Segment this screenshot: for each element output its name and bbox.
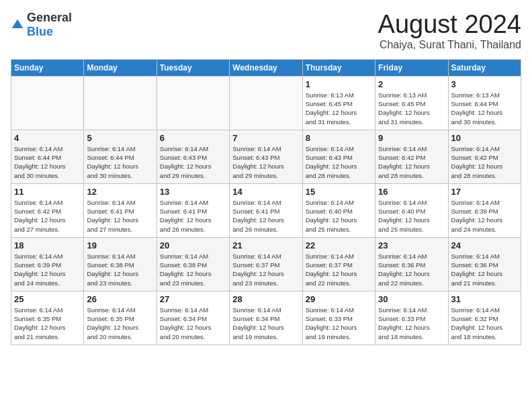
calendar-week-row: 18Sunrise: 6:14 AM Sunset: 6:39 PM Dayli… bbox=[11, 237, 521, 291]
day-info: Sunrise: 6:14 AM Sunset: 6:44 PM Dayligh… bbox=[14, 144, 81, 180]
day-info: Sunrise: 6:14 AM Sunset: 6:32 PM Dayligh… bbox=[451, 306, 518, 341]
day-number: 3 bbox=[451, 79, 518, 89]
weekday-header: Friday bbox=[375, 59, 448, 76]
calendar-day-cell: 19Sunrise: 6:14 AM Sunset: 6:38 PM Dayli… bbox=[84, 237, 157, 291]
day-info: Sunrise: 6:14 AM Sunset: 6:43 PM Dayligh… bbox=[306, 144, 372, 180]
calendar-table: SundayMondayTuesdayWednesdayThursdayFrid… bbox=[11, 59, 521, 345]
logo-icon bbox=[11, 18, 24, 32]
day-info: Sunrise: 6:14 AM Sunset: 6:34 PM Dayligh… bbox=[232, 306, 299, 341]
calendar-day-cell: 4Sunrise: 6:14 AM Sunset: 6:44 PM Daylig… bbox=[11, 130, 84, 183]
day-info: Sunrise: 6:14 AM Sunset: 6:40 PM Dayligh… bbox=[306, 198, 372, 234]
day-info: Sunrise: 6:14 AM Sunset: 6:35 PM Dayligh… bbox=[14, 306, 81, 341]
calendar-header: SundayMondayTuesdayWednesdayThursdayFrid… bbox=[11, 59, 521, 76]
day-info: Sunrise: 6:14 AM Sunset: 6:34 PM Dayligh… bbox=[160, 306, 226, 341]
calendar-week-row: 25Sunrise: 6:14 AM Sunset: 6:35 PM Dayli… bbox=[11, 291, 521, 345]
calendar-day-cell: 18Sunrise: 6:14 AM Sunset: 6:39 PM Dayli… bbox=[11, 237, 84, 291]
calendar-week-row: 4Sunrise: 6:14 AM Sunset: 6:44 PM Daylig… bbox=[11, 130, 521, 183]
day-info: Sunrise: 6:14 AM Sunset: 6:42 PM Dayligh… bbox=[14, 198, 81, 234]
day-info: Sunrise: 6:14 AM Sunset: 6:42 PM Dayligh… bbox=[378, 144, 445, 180]
day-number: 19 bbox=[87, 240, 153, 250]
day-number: 10 bbox=[451, 133, 518, 143]
day-number: 25 bbox=[14, 294, 81, 304]
day-number: 17 bbox=[451, 187, 518, 197]
calendar-day-cell: 17Sunrise: 6:14 AM Sunset: 6:39 PM Dayli… bbox=[448, 183, 521, 237]
day-number: 28 bbox=[232, 294, 299, 304]
day-info: Sunrise: 6:14 AM Sunset: 6:38 PM Dayligh… bbox=[160, 252, 226, 287]
weekday-header: Thursday bbox=[302, 59, 375, 76]
calendar-day-cell bbox=[84, 76, 157, 130]
calendar-day-cell: 9Sunrise: 6:14 AM Sunset: 6:42 PM Daylig… bbox=[375, 130, 448, 183]
day-info: Sunrise: 6:14 AM Sunset: 6:41 PM Dayligh… bbox=[160, 198, 226, 234]
day-number: 18 bbox=[14, 240, 81, 250]
day-info: Sunrise: 6:14 AM Sunset: 6:42 PM Dayligh… bbox=[451, 144, 518, 180]
day-number: 30 bbox=[378, 294, 445, 304]
calendar-day-cell: 1Sunrise: 6:13 AM Sunset: 6:45 PM Daylig… bbox=[302, 76, 375, 130]
day-info: Sunrise: 6:14 AM Sunset: 6:41 PM Dayligh… bbox=[232, 198, 299, 234]
calendar-day-cell: 30Sunrise: 6:14 AM Sunset: 6:33 PM Dayli… bbox=[375, 291, 448, 345]
location-title: Chaiya, Surat Thani, Thailand bbox=[378, 39, 521, 51]
day-info: Sunrise: 6:14 AM Sunset: 6:43 PM Dayligh… bbox=[232, 144, 299, 180]
day-info: Sunrise: 6:13 AM Sunset: 6:45 PM Dayligh… bbox=[378, 91, 445, 126]
day-number: 31 bbox=[451, 294, 518, 304]
calendar-day-cell: 12Sunrise: 6:14 AM Sunset: 6:41 PM Dayli… bbox=[84, 183, 157, 237]
day-number: 24 bbox=[451, 240, 518, 250]
day-number: 22 bbox=[306, 240, 372, 250]
day-info: Sunrise: 6:14 AM Sunset: 6:39 PM Dayligh… bbox=[451, 198, 518, 234]
calendar-day-cell: 20Sunrise: 6:14 AM Sunset: 6:38 PM Dayli… bbox=[157, 237, 229, 291]
day-number: 15 bbox=[306, 187, 372, 197]
calendar-day-cell: 26Sunrise: 6:14 AM Sunset: 6:35 PM Dayli… bbox=[84, 291, 157, 345]
day-number: 6 bbox=[160, 133, 226, 143]
day-number: 26 bbox=[87, 294, 153, 304]
day-info: Sunrise: 6:14 AM Sunset: 6:37 PM Dayligh… bbox=[306, 252, 372, 287]
calendar-day-cell: 3Sunrise: 6:13 AM Sunset: 6:44 PM Daylig… bbox=[448, 76, 521, 130]
calendar-day-cell: 13Sunrise: 6:14 AM Sunset: 6:41 PM Dayli… bbox=[157, 183, 229, 237]
calendar-day-cell: 5Sunrise: 6:14 AM Sunset: 6:44 PM Daylig… bbox=[84, 130, 157, 183]
calendar-day-cell bbox=[11, 76, 84, 130]
calendar-week-row: 11Sunrise: 6:14 AM Sunset: 6:42 PM Dayli… bbox=[11, 183, 521, 237]
day-number: 2 bbox=[378, 79, 445, 89]
calendar-day-cell: 16Sunrise: 6:14 AM Sunset: 6:40 PM Dayli… bbox=[375, 183, 448, 237]
day-number: 21 bbox=[232, 240, 299, 250]
weekday-header: Tuesday bbox=[157, 59, 229, 76]
calendar-day-cell: 28Sunrise: 6:14 AM Sunset: 6:34 PM Dayli… bbox=[230, 291, 302, 345]
calendar-day-cell bbox=[230, 76, 302, 130]
day-info: Sunrise: 6:14 AM Sunset: 6:41 PM Dayligh… bbox=[87, 198, 153, 234]
day-number: 16 bbox=[378, 187, 445, 197]
day-number: 29 bbox=[306, 294, 372, 304]
day-number: 11 bbox=[14, 187, 81, 197]
svg-marker-0 bbox=[12, 19, 24, 28]
day-number: 23 bbox=[378, 240, 445, 250]
day-number: 27 bbox=[160, 294, 226, 304]
day-info: Sunrise: 6:14 AM Sunset: 6:40 PM Dayligh… bbox=[378, 198, 445, 234]
logo-text: General Blue bbox=[27, 11, 72, 39]
day-info: Sunrise: 6:14 AM Sunset: 6:33 PM Dayligh… bbox=[306, 306, 372, 341]
day-number: 1 bbox=[306, 79, 372, 89]
weekday-header: Saturday bbox=[448, 59, 521, 76]
day-info: Sunrise: 6:13 AM Sunset: 6:45 PM Dayligh… bbox=[306, 91, 372, 126]
weekday-header: Sunday bbox=[11, 59, 84, 76]
day-info: Sunrise: 6:14 AM Sunset: 6:36 PM Dayligh… bbox=[451, 252, 518, 287]
month-title: August 2024 bbox=[378, 11, 521, 39]
day-info: Sunrise: 6:14 AM Sunset: 6:33 PM Dayligh… bbox=[378, 306, 445, 341]
calendar-day-cell: 29Sunrise: 6:14 AM Sunset: 6:33 PM Dayli… bbox=[302, 291, 375, 345]
day-info: Sunrise: 6:14 AM Sunset: 6:39 PM Dayligh… bbox=[14, 252, 81, 287]
calendar-day-cell: 27Sunrise: 6:14 AM Sunset: 6:34 PM Dayli… bbox=[157, 291, 229, 345]
calendar-day-cell: 2Sunrise: 6:13 AM Sunset: 6:45 PM Daylig… bbox=[375, 76, 448, 130]
day-number: 14 bbox=[232, 187, 299, 197]
day-number: 8 bbox=[306, 133, 372, 143]
calendar-day-cell bbox=[157, 76, 229, 130]
calendar-day-cell: 23Sunrise: 6:14 AM Sunset: 6:36 PM Dayli… bbox=[375, 237, 448, 291]
logo: General Blue bbox=[11, 11, 72, 39]
calendar-day-cell: 10Sunrise: 6:14 AM Sunset: 6:42 PM Dayli… bbox=[448, 130, 521, 183]
calendar-day-cell: 8Sunrise: 6:14 AM Sunset: 6:43 PM Daylig… bbox=[302, 130, 375, 183]
day-number: 13 bbox=[160, 187, 226, 197]
day-number: 20 bbox=[160, 240, 226, 250]
weekday-header: Monday bbox=[84, 59, 157, 76]
calendar-day-cell: 24Sunrise: 6:14 AM Sunset: 6:36 PM Dayli… bbox=[448, 237, 521, 291]
day-info: Sunrise: 6:14 AM Sunset: 6:44 PM Dayligh… bbox=[87, 144, 153, 180]
calendar-week-row: 1Sunrise: 6:13 AM Sunset: 6:45 PM Daylig… bbox=[11, 76, 521, 130]
day-info: Sunrise: 6:14 AM Sunset: 6:37 PM Dayligh… bbox=[232, 252, 299, 287]
calendar-day-cell: 31Sunrise: 6:14 AM Sunset: 6:32 PM Dayli… bbox=[448, 291, 521, 345]
calendar-day-cell: 7Sunrise: 6:14 AM Sunset: 6:43 PM Daylig… bbox=[230, 130, 302, 183]
day-number: 12 bbox=[87, 187, 153, 197]
